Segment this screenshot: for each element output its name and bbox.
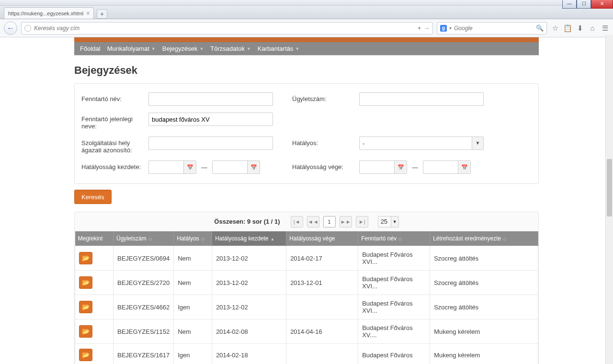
input-fenntarto-jelenlegi[interactable] <box>148 113 273 126</box>
vertical-scrollbar[interactable] <box>605 34 613 364</box>
input-fenntarto-nev[interactable] <box>148 92 273 106</box>
search-input[interactable] <box>454 25 534 32</box>
pager-last[interactable]: ►| <box>356 216 368 228</box>
download-icon[interactable]: ⬇ <box>576 24 584 33</box>
open-row-button[interactable]: 📂 <box>79 252 92 264</box>
cell-kezdete: 2013-12-02 <box>212 295 286 319</box>
menu-fooldal[interactable]: Főoldal <box>80 45 101 52</box>
home-icon[interactable]: ⌂ <box>588 24 597 32</box>
range-dash: — <box>412 164 418 171</box>
sort-icon: ◇ <box>398 237 402 241</box>
table-row: 📂BEJEGYZES/1152Nem2014-02-082014-04-16Bu… <box>75 319 538 344</box>
col-kezdete[interactable]: Hatályosság kezdete▲ <box>212 231 286 246</box>
cell-ugyletszam: BEJEGYZES/2720 <box>114 271 174 295</box>
scrollbar-thumb[interactable] <box>607 159 612 216</box>
bookmark-star-icon[interactable]: ☆ <box>551 24 559 33</box>
browser-tab-bar: https://mukeng...egyzesek.xhtml × + <box>0 6 613 19</box>
range-dash: — <box>201 164 207 171</box>
input-ugyletszam[interactable] <box>359 92 484 106</box>
new-tab-button[interactable]: + <box>97 9 107 19</box>
calendar-icon[interactable]: 📅 <box>183 161 196 173</box>
cell-letrehozas: Mukeng kérelem <box>430 319 538 344</box>
chevron-down-icon: ▼ <box>472 137 483 149</box>
cell-fenntarto: Budapest Főváros <box>358 344 430 364</box>
open-row-button[interactable]: 📂 <box>79 325 92 338</box>
cell-hatalyos: Igen <box>174 344 212 364</box>
search-button[interactable]: Keresés <box>74 190 112 204</box>
label-hatalyos: Hatályos: <box>292 136 359 147</box>
browser-tab[interactable]: https://mukeng...egyzesek.xhtml × <box>4 7 94 19</box>
open-row-button[interactable]: 📂 <box>79 349 92 361</box>
sort-icon: ◇ <box>148 237 152 241</box>
cell-vege: 2014-04-16 <box>286 319 358 344</box>
cell-letrehozas: Szocreg áttöltés <box>430 271 538 295</box>
pager-first[interactable]: |◄ <box>291 216 303 228</box>
label-ugyletszam: Ügyletszám: <box>292 92 359 102</box>
window-minimize-button[interactable]: — <box>562 0 577 9</box>
cell-fenntarto: Budapest Főváros XVI... <box>358 271 430 295</box>
cell-letrehozas: Szocreg áttöltés <box>430 246 538 271</box>
cell-ugyletszam: BEJEGYZES/1152 <box>114 319 174 344</box>
col-letrehozas[interactable]: Létrehozást eredményezte◇ <box>430 231 538 246</box>
address-bar[interactable]: ▾ → <box>21 22 433 34</box>
pager-pagesize-select[interactable]: 25 ▼ <box>378 216 399 228</box>
col-ugyletszam[interactable]: Ügyletszám◇ <box>114 231 174 246</box>
cell-fenntarto: Budapest Főváros XVI... <box>358 246 430 271</box>
date-kezdete-from[interactable]: 📅 <box>148 160 196 174</box>
back-button[interactable]: ← <box>4 22 17 35</box>
cell-hatalyos: Nem <box>174 246 212 271</box>
cell-vege: 2013-12-01 <box>286 271 358 295</box>
select-hatalyos[interactable]: - ▼ <box>359 136 484 150</box>
clipboard-icon[interactable]: 📋 <box>563 24 572 33</box>
pager-summary: Összesen: 9 sor (1 / 1) <box>214 218 280 225</box>
chevron-down-icon: ▼ <box>199 46 204 51</box>
date-kezdete-to[interactable]: 📅 <box>212 160 260 174</box>
calendar-icon[interactable]: 📅 <box>247 161 260 173</box>
globe-icon <box>24 25 31 32</box>
cell-letrehozas: Szocreg áttöltés <box>430 295 538 319</box>
input-szolg-hely[interactable] <box>148 136 273 150</box>
hamburger-menu-icon[interactable]: ☰ <box>601 24 609 33</box>
menu-karbantartas[interactable]: Karbantartás▼ <box>258 45 299 52</box>
cell-fenntarto: Budapest Főváros XVI... <box>358 295 430 319</box>
go-icon[interactable]: → <box>423 24 430 32</box>
cell-fenntarto: Budapest Főváros XV.... <box>358 319 430 344</box>
open-row-button[interactable]: 📂 <box>79 276 92 289</box>
chevron-down-icon: ▼ <box>247 46 251 51</box>
calendar-icon[interactable]: 📅 <box>458 161 470 173</box>
tab-title: https://mukeng...egyzesek.xhtml <box>8 11 83 16</box>
cell-kezdete: 2013-12-02 <box>212 246 286 271</box>
date-vege-from[interactable]: 📅 <box>359 160 407 174</box>
table-row: 📂BEJEGYZES/1617Igen2014-02-18Budapest Fő… <box>75 344 538 364</box>
open-row-button[interactable]: 📂 <box>79 301 92 313</box>
search-engine-dropdown-icon[interactable]: ▾ <box>449 25 452 31</box>
pager-next[interactable]: ►► <box>340 216 352 228</box>
window-maximize-button[interactable]: ☐ <box>577 0 591 9</box>
menu-munkafolyamat[interactable]: Munkafolyamat▼ <box>107 45 156 52</box>
results-table: Megtekint Ügyletszám◇ Hatályos◇ Hatályos… <box>75 231 538 364</box>
menu-torzsadatok[interactable]: Törzsadatok▼ <box>210 45 250 52</box>
search-icon[interactable]: 🔍 <box>536 24 544 32</box>
label-hatalyossag-kezdete: Hatályosság kezdete: <box>81 160 148 171</box>
url-input[interactable] <box>34 25 415 32</box>
cell-vege <box>286 344 358 364</box>
date-vege-to[interactable]: 📅 <box>423 160 471 174</box>
col-hatalyos[interactable]: Hatályos◇ <box>174 231 212 246</box>
col-fenntarto[interactable]: Fenntartó név◇ <box>358 231 430 246</box>
col-view[interactable]: Megtekint <box>75 231 114 246</box>
calendar-icon[interactable]: 📅 <box>394 161 407 173</box>
url-dropdown-icon[interactable]: ▾ <box>418 25 420 31</box>
browser-search-box[interactable]: g ▾ 🔍 <box>437 22 547 34</box>
cell-kezdete: 2013-12-02 <box>212 271 286 295</box>
pager-prev[interactable]: ◄◄ <box>307 216 319 228</box>
sort-icon: ◇ <box>201 237 204 241</box>
window-close-button[interactable]: ✕ <box>591 0 613 9</box>
menu-bejegyzesek[interactable]: Bejegyzések▼ <box>162 45 204 52</box>
cell-letrehozas: Mukeng kérelem <box>430 344 538 364</box>
pager-page-1[interactable]: 1 <box>323 216 336 228</box>
close-tab-icon[interactable]: × <box>86 10 90 17</box>
cell-kezdete: 2014-02-08 <box>212 319 286 344</box>
cell-vege: 2014-02-17 <box>286 246 358 271</box>
col-vege[interactable]: Hatályosság vége <box>286 231 358 246</box>
filter-panel: Fenntartó név: Ügyletszám: Fenntartó jel… <box>74 83 539 184</box>
